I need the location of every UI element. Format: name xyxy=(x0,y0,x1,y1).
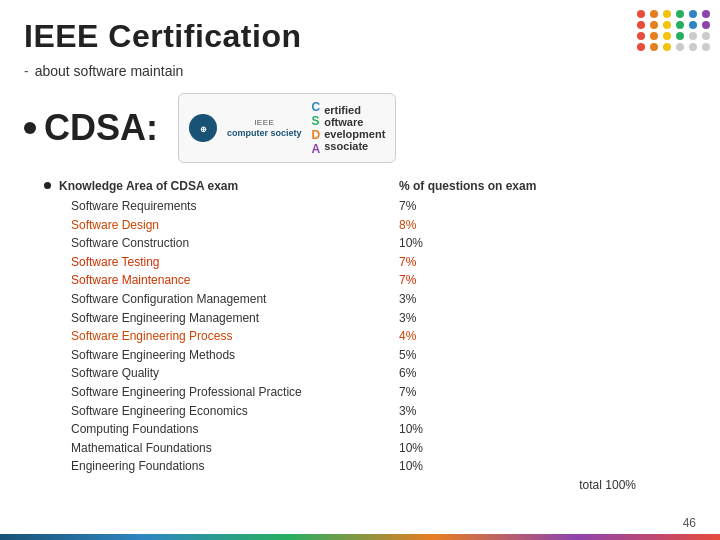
table-row: Software Maintenance7% xyxy=(59,271,696,290)
decoration-dot xyxy=(689,21,697,29)
decoration-dot xyxy=(663,10,671,18)
col-area-header: Knowledge Area of CDSA exam xyxy=(59,179,379,193)
table-header-row: Knowledge Area of CDSA exam % of questio… xyxy=(59,179,696,195)
decoration-dot xyxy=(702,21,710,29)
pct-cell: 4% xyxy=(379,327,696,346)
table-bullet xyxy=(44,182,51,189)
decoration-dot xyxy=(676,43,684,51)
decoration-dot xyxy=(689,32,697,40)
area-cell: Software Engineering Process xyxy=(59,327,379,346)
decoration-dot xyxy=(676,21,684,29)
pct-cell: 10% xyxy=(379,457,696,476)
decoration-dot xyxy=(702,10,710,18)
cdsa-word-d: evelopment xyxy=(324,128,385,140)
cdsa-label: CDSA: xyxy=(24,107,158,149)
decoration-dot xyxy=(650,32,658,40)
pct-cell: 10% xyxy=(379,420,696,439)
table-row: Software Engineering Process4% xyxy=(59,327,696,346)
area-cell: Software Engineering Methods xyxy=(59,346,379,365)
decoration-dot xyxy=(650,43,658,51)
cdsa-s: S xyxy=(312,114,321,128)
decoration-dot xyxy=(637,10,645,18)
table-rows: Software Requirements7%Software Design8%… xyxy=(59,197,696,476)
ieee-org-text: computer society xyxy=(227,128,302,138)
table-row: Software Engineering Professional Practi… xyxy=(59,383,696,402)
svg-text:⊕: ⊕ xyxy=(200,125,207,134)
area-cell: Software Maintenance xyxy=(59,271,379,290)
decoration-dot xyxy=(689,43,697,51)
decoration-dot xyxy=(637,21,645,29)
pct-cell: 5% xyxy=(379,346,696,365)
page-number: 46 xyxy=(683,516,696,530)
table-row: Software Engineering Methods5% xyxy=(59,346,696,365)
total-label: total xyxy=(579,478,602,492)
area-cell: Engineering Foundations xyxy=(59,457,379,476)
cdsa-text: CDSA: xyxy=(44,107,158,149)
table-row: Engineering Foundations10% xyxy=(59,457,696,476)
pct-cell: 7% xyxy=(379,383,696,402)
area-cell: Software Configuration Management xyxy=(59,290,379,309)
pct-cell: 3% xyxy=(379,402,696,421)
area-cell: Software Engineering Economics xyxy=(59,402,379,421)
decoration-dot xyxy=(689,10,697,18)
decoration-dot xyxy=(702,43,710,51)
table-row: Software Engineering Economics3% xyxy=(59,402,696,421)
main-page: IEEE Certification - about software main… xyxy=(0,0,720,540)
pct-cell: 7% xyxy=(379,253,696,272)
pct-cell: 10% xyxy=(379,234,696,253)
col-pct-header: % of questions on exam xyxy=(379,179,696,193)
cdsa-d: D xyxy=(312,128,321,142)
table-row: Mathematical Foundations10% xyxy=(59,439,696,458)
ieee-badge: ⊕ IEEE computer society C S D A ertified… xyxy=(178,93,396,163)
area-cell: Software Construction xyxy=(59,234,379,253)
table-section: Knowledge Area of CDSA exam % of questio… xyxy=(44,179,696,492)
cdsa-word-a: ssociate xyxy=(324,140,385,152)
total-row: total 100% xyxy=(59,478,696,492)
area-cell: Software Engineering Professional Practi… xyxy=(59,383,379,402)
pct-cell: 10% xyxy=(379,439,696,458)
pct-cell: 8% xyxy=(379,216,696,235)
pct-cell: 6% xyxy=(379,364,696,383)
bottom-bar xyxy=(0,534,720,540)
ieee-small-text: IEEE xyxy=(254,118,274,127)
area-cell: Software Quality xyxy=(59,364,379,383)
subtitle-text: about software maintain xyxy=(35,63,184,79)
decoration-dot xyxy=(650,10,658,18)
cdsa-word-c: ertified xyxy=(324,104,385,116)
decoration-dot xyxy=(650,21,658,29)
cdsa-word-s: oftware xyxy=(324,116,385,128)
table-row: Software Design8% xyxy=(59,216,696,235)
decorative-dots xyxy=(637,10,712,51)
cdsa-words: ertified oftware evelopment ssociate xyxy=(324,104,385,152)
decoration-dot xyxy=(663,21,671,29)
table-row: Software Construction10% xyxy=(59,234,696,253)
pct-cell: 3% xyxy=(379,309,696,328)
area-cell: Software Testing xyxy=(59,253,379,272)
table-row: Computing Foundations10% xyxy=(59,420,696,439)
decoration-dot xyxy=(663,43,671,51)
subtitle: - about software maintain xyxy=(24,63,696,79)
area-cell: Software Engineering Management xyxy=(59,309,379,328)
pct-cell: 7% xyxy=(379,271,696,290)
cdsa-c: C xyxy=(312,100,321,114)
total-value: 100% xyxy=(605,478,636,492)
decoration-dot xyxy=(663,32,671,40)
area-cell: Software Design xyxy=(59,216,379,235)
decoration-dot xyxy=(702,32,710,40)
page-title: IEEE Certification xyxy=(24,18,696,55)
pct-cell: 3% xyxy=(379,290,696,309)
area-cell: Computing Foundations xyxy=(59,420,379,439)
cdsa-row: CDSA: ⊕ IEEE computer society C S D A xyxy=(24,93,696,163)
cdsa-bullet xyxy=(24,122,36,134)
decoration-dot xyxy=(637,43,645,51)
table-container: Knowledge Area of CDSA exam % of questio… xyxy=(59,179,696,492)
cdsa-a: A xyxy=(312,142,321,156)
cdsa-acronym-letters: C S D A xyxy=(312,100,321,156)
decoration-dot xyxy=(676,32,684,40)
decoration-dot xyxy=(676,10,684,18)
ieee-circle-icon: ⊕ xyxy=(189,114,217,142)
ieee-logo: IEEE computer society xyxy=(227,118,302,138)
area-cell: Mathematical Foundations xyxy=(59,439,379,458)
table-row: Software Requirements7% xyxy=(59,197,696,216)
table-row: Software Engineering Management3% xyxy=(59,309,696,328)
